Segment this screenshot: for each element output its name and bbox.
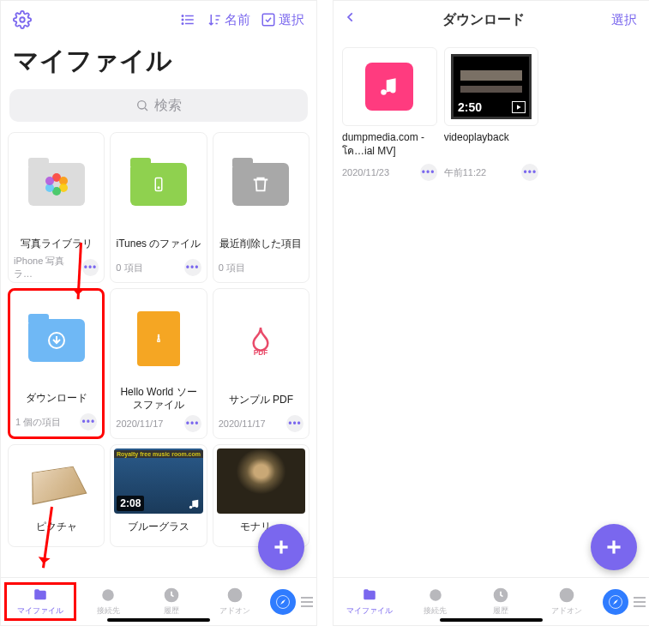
more-button[interactable]: •••: [82, 259, 99, 276]
tab-menu[interactable]: [634, 597, 646, 607]
svg-point-4: [182, 15, 183, 17]
plus-icon: [603, 536, 625, 558]
tab-label: マイファイル: [346, 605, 393, 617]
more-button[interactable]: •••: [420, 164, 437, 181]
card-label: ピクチャ: [14, 514, 99, 541]
tab-history[interactable]: 履歴: [468, 587, 534, 617]
back-button[interactable]: [340, 8, 361, 32]
folder-icon: [130, 163, 187, 206]
tab-myfiles[interactable]: マイファイル: [337, 587, 403, 617]
svg-point-0: [20, 17, 25, 22]
svg-point-5: [182, 19, 183, 21]
pdf-file-icon: PDF: [239, 313, 282, 368]
tab-menu[interactable]: [301, 597, 313, 607]
tab-connect[interactable]: 接続先: [403, 587, 469, 617]
card-downloads[interactable]: ダウンロード 1 個の項目•••: [8, 288, 105, 439]
folder-icon: [28, 319, 85, 362]
image-thumb: [217, 448, 305, 514]
card-label: 最近削除した項目: [219, 231, 303, 258]
card-photo-library[interactable]: 写真ライブラリ iPhone 写真ラ…•••: [8, 132, 105, 283]
card-sample-pdf[interactable]: PDF サンプル PDF 2020/11/17•••: [213, 288, 309, 439]
card-recently-deleted[interactable]: 最近削除した項目 0 項目: [213, 132, 309, 283]
card-label: iTunes のファイル: [116, 231, 201, 258]
card-meta: 2020/11/17: [116, 418, 163, 429]
screen-my-files: 名前 選択 マイファイル 検索 写真ライブラリ iPhone: [0, 0, 317, 626]
check-square-icon: [261, 12, 276, 27]
header-bar: 名前 選択: [1, 1, 316, 39]
select-button[interactable]: 選択: [606, 12, 642, 28]
clock-icon: [163, 587, 180, 604]
list-icon: [179, 12, 196, 27]
svg-point-6: [182, 23, 183, 25]
item-label: videoplayback: [444, 131, 539, 159]
view-list-button[interactable]: [174, 12, 201, 27]
svg-point-18: [228, 588, 243, 603]
download-grid: dumpmedia.com - โค…ial MV] 2020/11/23 ••…: [334, 39, 649, 577]
folder-icon: [232, 163, 289, 206]
card-meta: 1 個の項目: [15, 416, 61, 429]
more-button[interactable]: •••: [286, 415, 303, 432]
sort-icon: [207, 12, 222, 27]
item-meta: 2020/11/23: [342, 167, 389, 178]
screen-downloads: ダウンロード 選択 dumpmedia.com - โค…ial MV] 202…: [333, 0, 649, 626]
card-hello-world[interactable]: Hello World ソースファイル 2020/11/17•••: [110, 288, 207, 439]
plus-icon: [270, 536, 292, 558]
select-label: 選択: [279, 12, 304, 28]
select-label: 選択: [611, 12, 637, 28]
tab-browser[interactable]: [270, 589, 296, 615]
dl-item-video[interactable]: 2:50 videoplayback 午前11:22 •••: [444, 47, 539, 181]
add-fab[interactable]: [591, 524, 637, 570]
cart-icon: [558, 587, 575, 604]
more-button[interactable]: •••: [184, 415, 201, 432]
search-icon: [135, 99, 149, 112]
chevron-left-icon: [345, 8, 357, 27]
select-button[interactable]: 選択: [255, 12, 309, 28]
compass-icon: [608, 594, 623, 610]
tab-addon[interactable]: アドオン: [203, 587, 267, 617]
svg-text:PDF: PDF: [254, 348, 268, 357]
clock-icon: [492, 587, 509, 604]
page-title: マイファイル: [1, 39, 316, 89]
card-meta: 0 項目: [116, 262, 142, 274]
settings-button[interactable]: [8, 10, 37, 29]
card-label: ブルーグラス: [114, 514, 202, 541]
tab-label: 接続先: [424, 605, 447, 617]
compass-icon: [275, 594, 291, 610]
tab-label: アドオン: [551, 605, 582, 617]
svg-point-16: [102, 589, 114, 601]
tab-history[interactable]: 履歴: [140, 587, 203, 617]
wifi-icon: [99, 587, 117, 603]
card-bluegrass[interactable]: Royalty free music room.com 2:08 ブルーグラス: [110, 444, 207, 547]
tab-label: 履歴: [493, 605, 508, 617]
card-itunes[interactable]: iTunes のファイル 0 項目•••: [110, 132, 207, 283]
more-button[interactable]: •••: [184, 259, 201, 276]
tab-label: 履歴: [164, 605, 179, 617]
sort-label: 名前: [225, 12, 250, 28]
card-label: サンプル PDF: [219, 387, 303, 414]
more-button[interactable]: •••: [521, 164, 538, 181]
more-button[interactable]: •••: [80, 413, 97, 430]
gear-icon: [13, 10, 32, 29]
item-label: dumpmedia.com - โค…ial MV]: [342, 131, 437, 159]
tab-label: マイファイル: [17, 605, 63, 617]
tab-myfiles[interactable]: マイファイル: [4, 582, 76, 621]
add-fab[interactable]: [258, 524, 304, 570]
dl-item-audio[interactable]: dumpmedia.com - โค…ial MV] 2020/11/23 ••…: [342, 47, 437, 181]
trash-icon: [251, 175, 270, 194]
cart-icon: [226, 587, 243, 604]
search-placeholder: 検索: [154, 97, 182, 115]
tab-connect[interactable]: 接続先: [76, 587, 140, 617]
tab-addon[interactable]: アドオン: [534, 587, 600, 617]
folder-icon: [31, 587, 50, 603]
tab-browser[interactable]: [603, 589, 628, 615]
card-meta: 2020/11/17: [219, 418, 266, 429]
duration-badge: 2:50: [454, 98, 486, 117]
home-indicator: [107, 618, 210, 622]
card-picture[interactable]: ピクチャ: [8, 444, 105, 547]
sort-button[interactable]: 名前: [201, 12, 255, 28]
svg-point-24: [559, 588, 574, 603]
svg-point-11: [158, 187, 159, 189]
page-title: ダウンロード: [361, 11, 606, 29]
card-meta: iPhone 写真ラ…: [14, 255, 82, 280]
search-input[interactable]: 検索: [9, 89, 308, 122]
